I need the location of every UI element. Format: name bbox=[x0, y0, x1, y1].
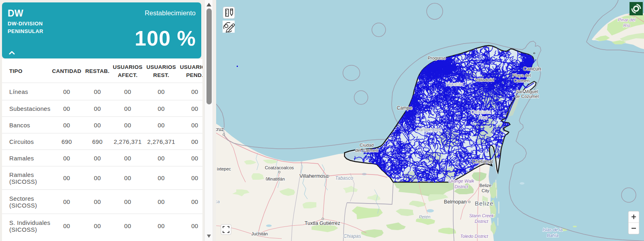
svg-text:Río: Río bbox=[623, 23, 630, 28]
svg-text:Roo: Roo bbox=[479, 115, 487, 120]
svg-text:Chetumal: Chetumal bbox=[472, 159, 493, 164]
svg-text:Stann Creek: Stann Creek bbox=[469, 213, 494, 218]
svg-text:Valladolid: Valladolid bbox=[475, 77, 494, 82]
svg-text:Minatitlán: Minatitlán bbox=[266, 177, 285, 181]
svg-text:Coatzacoalcos: Coatzacoalcos bbox=[265, 165, 294, 170]
svg-text:Juchitán: Juchitán bbox=[252, 231, 268, 236]
svg-text:Progreso: Progreso bbox=[428, 56, 446, 60]
svg-text:del Carmen: del Carmen bbox=[355, 148, 378, 153]
svg-text:ca: ca bbox=[216, 199, 220, 204]
svg-text:Bahía: Bahía bbox=[547, 233, 559, 238]
svg-text:Belize: Belize bbox=[475, 200, 494, 207]
svg-text:District: District bbox=[475, 219, 489, 224]
svg-text:Carmen: Carmen bbox=[514, 78, 529, 83]
svg-text:racruz: racruz bbox=[216, 127, 224, 132]
svg-text:Yucatán: Yucatán bbox=[445, 81, 463, 87]
svg-text:Campeche: Campeche bbox=[416, 127, 440, 133]
svg-text:Tabasco: Tabasco bbox=[335, 175, 353, 181]
svg-text:Petén: Petén bbox=[419, 214, 431, 219]
svg-text:Playa del: Playa del bbox=[512, 73, 530, 78]
svg-text:Chiapas: Chiapas bbox=[343, 233, 361, 239]
svg-text:Quintana: Quintana bbox=[471, 109, 491, 115]
svg-text:San Miguel: San Miguel bbox=[516, 89, 538, 94]
svg-text:Tuxtla Gutiérrez: Tuxtla Gutiérrez bbox=[305, 220, 340, 226]
svg-text:City: City bbox=[482, 188, 489, 193]
svg-text:Orange Walk: Orange Walk bbox=[448, 179, 474, 183]
svg-text:District: District bbox=[454, 184, 469, 189]
svg-text:Belmopan: Belmopan bbox=[444, 199, 466, 205]
svg-text:Toledo District: Toledo District bbox=[460, 234, 488, 239]
svg-text:Belize: Belize bbox=[479, 183, 491, 188]
svg-text:Ciudad: Ciudad bbox=[360, 143, 374, 148]
svg-text:Pinar del: Pinar del bbox=[618, 17, 636, 22]
svg-text:Villahermosa: Villahermosa bbox=[299, 173, 328, 179]
svg-text:de Cozumel: de Cozumel bbox=[515, 94, 539, 99]
svg-text:ixtepec: ixtepec bbox=[217, 166, 231, 171]
svg-text:Cancún: Cancún bbox=[523, 66, 541, 72]
svg-text:Islas de la: Islas de la bbox=[543, 227, 563, 232]
svg-text:Campe: Campe bbox=[397, 105, 413, 111]
